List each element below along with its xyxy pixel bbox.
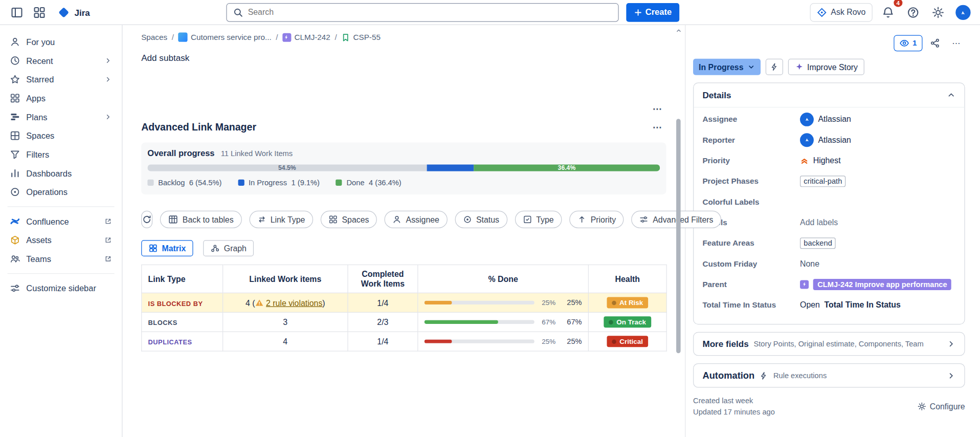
improve-story-button[interactable]: Improve Story [788,59,864,75]
priority-value[interactable]: Highest [800,154,841,166]
feature-area-tag[interactable]: backend [800,237,836,249]
breadcrumb-separator: / [335,33,337,41]
details-title: Details [702,90,731,100]
automation-row[interactable]: Automation Rule executions [694,364,964,387]
create-button[interactable]: Create [626,3,679,21]
link-manager-more-button[interactable]: ⋯ [649,120,666,135]
chevron-right-icon[interactable] [104,57,112,64]
link-type-label: IS BLOCKED BY [148,299,203,307]
epic-icon [282,33,291,41]
health-dot-icon [612,300,616,305]
rule-violations-link[interactable]: 2 rule violations [266,298,322,307]
filter-assignee[interactable]: Assignee [385,211,448,228]
sidebar-item-label: Dashboards [26,168,112,178]
warning-icon [255,298,263,307]
jira-logo-icon [57,6,70,18]
breadcrumb-separator: / [276,33,278,41]
ask-rovo-button[interactable]: Ask Rovo [810,3,873,21]
progress-fill [425,301,452,304]
project-phase-tag[interactable]: critical-path [800,176,846,187]
more-fields-title: More fields [702,339,748,349]
custom-friday-value[interactable]: None [800,257,819,270]
help-button[interactable] [904,3,923,21]
back-to-tables-button[interactable]: Back to tables [160,211,242,228]
pct-done-cell: 25% 25% [425,298,582,307]
status-dropdown-button[interactable]: In Progress [693,59,760,75]
more-fields-row[interactable]: More fields Story Points, Original estim… [694,333,964,355]
add-subtask-button[interactable]: Add subtask [141,53,189,63]
field-priority: Priority Highest [702,150,955,170]
confluence-logo-icon [10,216,20,227]
breadcrumb-project[interactable]: Cutomers service pro... [178,33,271,42]
filter-spaces[interactable]: Spaces [321,211,377,228]
sidebar-item-confluence[interactable]: Confluence [5,212,117,231]
parent-link-badge[interactable]: CLMJ-242 Improve app performance [813,278,952,290]
total-time-value[interactable]: Open Total Time In Status [800,298,901,311]
watch-button[interactable]: 1 [894,35,922,51]
jira-home-link[interactable]: Jira [53,6,95,18]
chevron-up-icon[interactable] [947,91,955,99]
spaces-icon [10,130,20,141]
reporter-value[interactable]: Atlassian [800,133,851,147]
legend-label: Backlog [158,178,185,187]
sidebar-item-customize[interactable]: Customize sidebar [5,279,117,298]
sidebar-item-filters[interactable]: Filters [5,145,117,164]
section-more-button[interactable]: ⋯ [649,101,666,116]
project-avatar [178,33,187,42]
chevron-right-icon[interactable] [104,113,112,121]
filter-type[interactable]: Type [515,211,562,228]
person-icon [10,37,20,47]
refresh-button[interactable] [141,211,152,228]
labels-value[interactable]: Add labels [800,216,838,228]
sidebar-item-operations[interactable]: Operations [5,183,117,202]
vertical-scrollbar[interactable] [675,25,683,437]
link-type-label: BLOCKS [148,319,177,326]
sidebar-item-plans[interactable]: Plans [5,107,117,126]
search-input[interactable] [248,8,612,17]
graph-view-button[interactable]: Graph [203,240,254,256]
health-badge: On Track [604,316,651,327]
collapse-sidebar-button[interactable] [8,3,27,21]
global-search[interactable] [226,3,618,21]
created-timestamp: Created last week [693,395,775,406]
automation-lightning-button[interactable] [765,59,783,75]
scrollbar-thumb[interactable] [676,119,681,353]
breadcrumb-spaces[interactable]: Spaces [141,33,167,41]
settings-button[interactable] [929,3,948,21]
sidebar-item-apps[interactable]: Apps [5,89,117,108]
chevron-right-icon[interactable] [104,76,112,83]
bar-chart-icon [10,168,20,179]
ask-rovo-label: Ask Rovo [831,8,865,17]
user-avatar [955,5,970,19]
sidebar-item-dashboards[interactable]: Dashboards [5,164,117,183]
sidebar-item-assets[interactable]: Assets [5,231,117,250]
sidebar-item-recent[interactable]: Recent [5,51,117,70]
total-time-prefix: Open [800,300,820,310]
filter-status[interactable]: Status [455,211,507,228]
sidebar-item-spaces[interactable]: Spaces [5,126,117,145]
sidebar-item-for-you[interactable]: For you [5,33,117,52]
field-parent: Parent CLMJ-242 Improve app performance [702,274,955,294]
legend-item-done: Done 4 (36.4%) [336,178,402,187]
more-actions-button[interactable]: ⋯ [947,35,965,51]
profile-button[interactable] [954,3,973,21]
sidebar-item-teams[interactable]: Teams [5,250,117,269]
sidebar-item-label: Filters [26,150,112,159]
assignee-value[interactable]: Atlassian [800,112,851,126]
app-switcher-button[interactable] [30,3,49,21]
filter-label: Assignee [406,215,439,224]
filter-priority[interactable]: Priority [569,211,624,228]
configure-button[interactable]: Configure [917,402,965,411]
improve-story-label: Improve Story [807,62,858,72]
share-button[interactable] [926,35,944,51]
filter-link-type[interactable]: Link Type [249,211,313,228]
sidebar-item-starred[interactable]: Starred [5,70,117,89]
breadcrumb-work-item[interactable]: CSP-55 [341,33,381,41]
matrix-view-button[interactable]: Matrix [141,240,193,256]
link-type-label: DUPLICATES [148,338,192,345]
sidebar-item-label: Recent [26,56,98,65]
pct-value-label: 67% [563,318,582,326]
breadcrumb-epic[interactable]: CLMJ-242 [282,33,330,41]
linked-items-cell: 4 ( 2 rule violations) [223,293,348,312]
scroll-up-arrow[interactable] [675,28,683,34]
